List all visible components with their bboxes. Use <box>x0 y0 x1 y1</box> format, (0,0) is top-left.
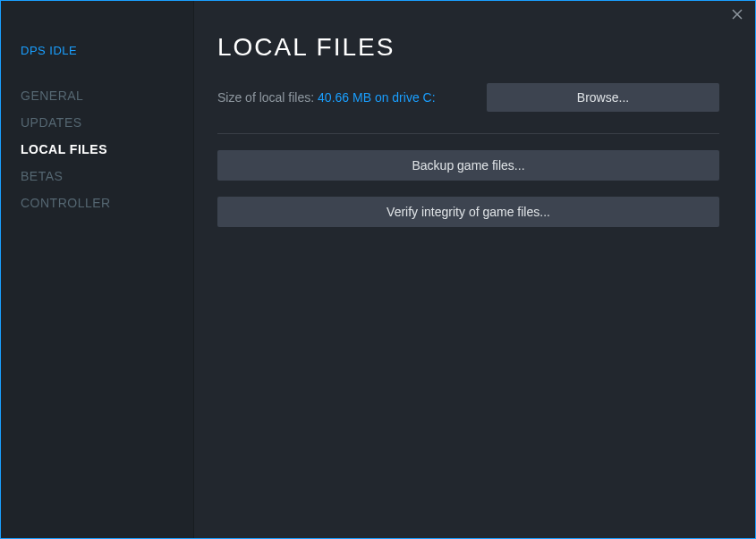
backup-button[interactable]: Backup game files... <box>217 150 719 181</box>
size-label: Size of local files: <box>217 90 318 105</box>
sidebar-item-general[interactable]: GENERAL <box>21 82 174 109</box>
main-content: LOCAL FILES Size of local files: 40.66 M… <box>194 1 755 538</box>
sidebar: DPS IDLE GENERAL UPDATES LOCAL FILES BET… <box>1 1 194 538</box>
sidebar-item-controller[interactable]: CONTROLLER <box>21 189 174 216</box>
close-icon[interactable] <box>730 8 744 22</box>
sidebar-title: DPS IDLE <box>21 44 174 57</box>
sidebar-item-updates[interactable]: UPDATES <box>21 109 174 136</box>
sidebar-item-local-files[interactable]: LOCAL FILES <box>21 136 174 163</box>
browse-button[interactable]: Browse... <box>487 83 719 112</box>
size-info-row: Size of local files: 40.66 MB on drive C… <box>217 83 719 112</box>
divider <box>217 133 719 134</box>
size-info-text: Size of local files: 40.66 MB on drive C… <box>217 89 436 105</box>
sidebar-item-betas[interactable]: BETAS <box>21 163 174 189</box>
size-value: 40.66 MB on drive C: <box>318 90 436 105</box>
verify-button[interactable]: Verify integrity of game files... <box>217 197 719 227</box>
page-title: LOCAL FILES <box>217 33 719 62</box>
